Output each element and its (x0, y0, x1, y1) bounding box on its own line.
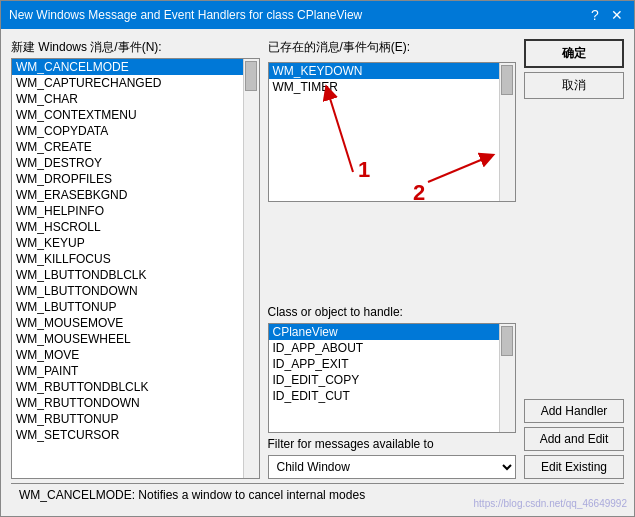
left-list-item[interactable]: WM_CONTEXTMENU (12, 107, 259, 123)
left-list-item[interactable]: WM_LBUTTONUP (12, 299, 259, 315)
left-list-item[interactable]: WM_HELPINFO (12, 203, 259, 219)
right-list-item[interactable]: WM_KEYDOWN (269, 63, 516, 79)
right-panel-label: 已存在的消息/事件句柄(E): (268, 39, 517, 56)
add-and-edit-button[interactable]: Add and Edit (524, 427, 624, 451)
edit-existing-button[interactable]: Edit Existing (524, 455, 624, 479)
left-list-item[interactable]: WM_RBUTTONUP (12, 411, 259, 427)
right-scrollbar[interactable] (499, 63, 515, 201)
left-list-item[interactable]: WM_DROPFILES (12, 171, 259, 187)
left-panel-label: 新建 Windows 消息/事件(N): (11, 39, 260, 56)
left-list-item[interactable]: WM_CAPTURECHANGED (12, 75, 259, 91)
close-button[interactable]: ✕ (608, 6, 626, 24)
left-list-item[interactable]: WM_ERASEBKGND (12, 187, 259, 203)
dialog-title: New Windows Message and Event Handlers f… (9, 8, 362, 22)
main-area: 新建 Windows 消息/事件(N): WM_CANCELMODEWM_CAP… (11, 39, 624, 479)
left-list-item[interactable]: WM_MOVE (12, 347, 259, 363)
right-list[interactable]: WM_KEYDOWNWM_TIMER (268, 62, 517, 202)
class-list-item[interactable]: ID_APP_ABOUT (269, 340, 516, 356)
left-list-item[interactable]: WM_COPYDATA (12, 123, 259, 139)
left-list-item[interactable]: WM_CREATE (12, 139, 259, 155)
left-list-item[interactable]: WM_HSCROLL (12, 219, 259, 235)
left-list-item[interactable]: WM_PAINT (12, 363, 259, 379)
status-text: WM_CANCELMODE: Notifies a window to canc… (19, 488, 365, 502)
left-list-item[interactable]: WM_LBUTTONDOWN (12, 283, 259, 299)
class-list-item[interactable]: ID_APP_EXIT (269, 356, 516, 372)
left-scrollbar-thumb[interactable] (245, 61, 257, 91)
class-panel-label: Class or object to handle: (268, 305, 517, 319)
left-list-item[interactable]: WM_SETCURSOR (12, 427, 259, 443)
left-list-item[interactable]: WM_KEYUP (12, 235, 259, 251)
buttons-panel: 确定 取消 Add Handler Add and Edit Edit Exis… (524, 39, 624, 479)
left-list-item[interactable]: WM_CHAR (12, 91, 259, 107)
cancel-button[interactable]: 取消 (524, 72, 624, 99)
status-bar: WM_CANCELMODE: Notifies a window to canc… (11, 483, 624, 506)
ok-button[interactable]: 确定 (524, 39, 624, 68)
filter-label: Filter for messages available to (268, 437, 517, 451)
right-list-item[interactable]: WM_TIMER (269, 79, 516, 95)
dialog-content: 新建 Windows 消息/事件(N): WM_CANCELMODEWM_CAP… (1, 29, 634, 516)
class-panel: Class or object to handle: CPlaneViewID_… (268, 305, 517, 433)
help-button[interactable]: ? (586, 6, 604, 24)
class-list-item[interactable]: ID_EDIT_CUT (269, 388, 516, 404)
filter-select[interactable]: Child Window (268, 455, 517, 479)
left-list-item[interactable]: WM_MOUSEWHEEL (12, 331, 259, 347)
class-list-item[interactable]: CPlaneView (269, 324, 516, 340)
left-list-item[interactable]: WM_LBUTTONDBLCLK (12, 267, 259, 283)
title-bar: New Windows Message and Event Handlers f… (1, 1, 634, 29)
right-list-area: WM_KEYDOWNWM_TIMER (268, 62, 517, 301)
class-scrollbar[interactable] (499, 324, 515, 432)
left-scrollbar[interactable] (243, 59, 259, 478)
class-list-item[interactable]: ID_EDIT_COPY (269, 372, 516, 388)
class-scrollbar-thumb[interactable] (501, 326, 513, 356)
right-panel: 已存在的消息/事件句柄(E): WM_KEYDOWNWM_TIMER (268, 39, 517, 479)
add-handler-button[interactable]: Add Handler (524, 399, 624, 423)
left-list[interactable]: WM_CANCELMODEWM_CAPTURECHANGEDWM_CHARWM_… (11, 58, 260, 479)
ok-cancel-area: 确定 取消 (524, 39, 624, 99)
filter-area: Filter for messages available to Child W… (268, 437, 517, 479)
left-list-item[interactable]: WM_RBUTTONDBLCLK (12, 379, 259, 395)
title-bar-controls: ? ✕ (586, 6, 626, 24)
right-scrollbar-thumb[interactable] (501, 65, 513, 95)
left-list-item[interactable]: WM_DESTROY (12, 155, 259, 171)
left-list-item[interactable]: WM_RBUTTONDOWN (12, 395, 259, 411)
left-list-item[interactable]: WM_CANCELMODE (12, 59, 259, 75)
main-dialog: New Windows Message and Event Handlers f… (0, 0, 635, 517)
left-list-item[interactable]: WM_MOUSEMOVE (12, 315, 259, 331)
class-list[interactable]: CPlaneViewID_APP_ABOUTID_APP_EXITID_EDIT… (268, 323, 517, 433)
left-panel: 新建 Windows 消息/事件(N): WM_CANCELMODEWM_CAP… (11, 39, 260, 479)
left-list-item[interactable]: WM_KILLFOCUS (12, 251, 259, 267)
